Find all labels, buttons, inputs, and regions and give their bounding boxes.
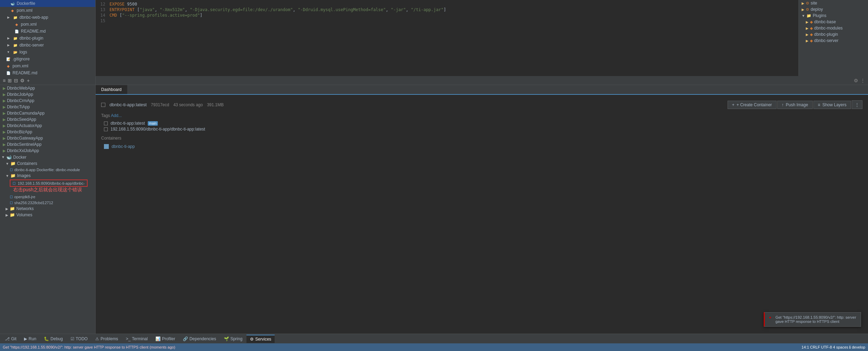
container-item-1[interactable]: dbnbc-ti-app (101, 143, 862, 150)
dbnbc-actuatorapp-item[interactable]: ▶ DbnbcActuatorApp (0, 123, 95, 129)
gitignore-item[interactable]: 📝 .gitignore (0, 56, 95, 62)
terminal-tab[interactable]: >_ Terminal (122, 335, 151, 343)
debug-tab[interactable]: 🐛 Debug (40, 335, 66, 343)
dashboard-tab[interactable]: Dashboard (96, 85, 127, 95)
pom-xml-2-item[interactable]: ◆ pom.xml (0, 21, 95, 28)
profiler-tab[interactable]: 📊 Profiler (152, 335, 179, 343)
code-line-15: 15 (96, 18, 798, 24)
todo-tab[interactable]: ☑ TODO (67, 335, 91, 343)
right-deploy-item[interactable]: ▶ ⚙ deploy (799, 6, 868, 12)
image-checkbox[interactable] (101, 103, 105, 107)
dbnbc-server-right-label: dbnbc-server (814, 38, 838, 43)
selected-image-label: 192.168.1.55:8090/dbnbc-ti-app/dbnbc- (18, 181, 85, 185)
dbnbc-jobapp-item[interactable]: ▶ DbnbcJobApp (0, 91, 95, 98)
dbnbc-xxljobapp-item[interactable]: ▶ DbnbcXxlJobApp (0, 148, 95, 154)
code-line-12: 12 EXPOSE 9500 (96, 1, 798, 7)
spring-tab[interactable]: 🌱 Spring (220, 335, 246, 343)
volumes-folder-icon: 📁 (10, 212, 15, 217)
line-num-13: 13 (96, 7, 109, 12)
dbnbc-plugin-item[interactable]: ▶ 📁 dbnbc-plugin (0, 35, 95, 42)
plus-icon: + (732, 102, 735, 107)
app-icon-5: ▶ (3, 111, 6, 116)
openjdk-item[interactable]: ◻ openjdk8-jre (0, 194, 95, 200)
file-tree: 🐋 Dockerfile ◆ pom.xml ▶ 📁 dbnbc-web-app… (0, 0, 96, 76)
right-dbnbc-modules-item[interactable]: ▶ ◆ dbnbc-modules (799, 25, 868, 31)
pom-xml-2-label: pom.xml (21, 22, 36, 27)
containers-section-item[interactable]: ▼ 📁 Containers (0, 160, 95, 167)
dbnbc-modules-label: dbnbc-modules (814, 26, 843, 31)
docker-file-icon: 🐋 (10, 1, 15, 6)
show-layers-button[interactable]: ≡ Show Layers (813, 101, 851, 109)
dockerfile-item[interactable]: 🐋 Dockerfile (0, 0, 95, 7)
readme-2-item[interactable]: 📄 README.md (0, 69, 95, 76)
right-site-item[interactable]: ▶ ⚙ site (799, 0, 868, 6)
right-plugins-item[interactable]: ▼ 📁 Plugins (799, 12, 868, 19)
action-buttons: + + Create Container ↑ Push Image ≡ Show… (728, 100, 862, 109)
dbnbc-camundaapp-item[interactable]: ▶ DbnbcCamundaApp (0, 110, 95, 116)
chevron-right-plugin: ▶ (806, 33, 809, 36)
run-tab[interactable]: ▶ Run (21, 335, 40, 343)
dbnbc-camundaapp-label: DbnbcCamundaApp (7, 111, 44, 116)
dbnbc-seedapp-item[interactable]: ▶ DbnbcSeedApp (0, 116, 95, 123)
list-icon[interactable]: ≡ (3, 78, 6, 83)
container-ti-app-label: dbnbc-ti-app Dockerfile: dbnbc-module (14, 168, 80, 172)
app-icon-9: ▶ (3, 136, 6, 141)
services-panel: ≡ ⊞ ⊟ ⚙ + ▶ DbnbcWebApp ▶ DbnbcJobApp ▶ … (0, 76, 96, 334)
volumes-item[interactable]: ▶ 📁 Volumes (0, 212, 95, 218)
dbnbc-webapp-item[interactable]: ▶ DbnbcWebApp (0, 85, 95, 91)
create-container-label: + Create Container (737, 102, 772, 107)
volumes-label: Volumes (16, 212, 32, 217)
tag-checkbox-1[interactable] (104, 122, 108, 125)
settings-gear-icon[interactable]: ⚙ (854, 78, 858, 83)
networks-item[interactable]: ▶ 📁 Networks (0, 206, 95, 212)
profiler-icon: 📊 (155, 336, 161, 341)
logs-item[interactable]: ▼ 📂 logs (0, 49, 95, 56)
right-dbnbc-server-item[interactable]: ▶ ◆ dbnbc-server (799, 37, 868, 44)
more-options-button[interactable]: ⋮ (852, 100, 862, 109)
dbnbc-bizapp-item[interactable]: ▶ DbnbcBizApp (0, 129, 95, 135)
pom-xml-1-item[interactable]: ◆ pom.xml (0, 7, 95, 14)
dbnbc-sentinelapp-item[interactable]: ▶ DbnbcSentinelApp (0, 141, 95, 148)
tags-add-link[interactable]: Add... (111, 113, 122, 118)
settings-icon-services[interactable]: ⚙ (20, 78, 25, 83)
tags-section: Tags Add... (101, 113, 862, 118)
filter-icon[interactable]: ⊟ (14, 78, 18, 83)
dbnbc-web-app-item[interactable]: ▶ 📁 dbnbc-web-app (0, 14, 95, 21)
git-tab[interactable]: ⎇ Git (1, 335, 20, 343)
problems-icon: ⚠ (95, 336, 99, 341)
tree-icon[interactable]: ⊞ (8, 78, 12, 83)
push-image-button[interactable]: ↑ Push Image (777, 101, 813, 109)
create-container-button[interactable]: + + Create Container (728, 101, 777, 109)
services-tab[interactable]: ⚙ Services (246, 335, 275, 343)
right-panel: ▶ ⚙ site ▶ ⚙ deploy ▼ 📁 Plugins ▶ ◆ dbnb… (798, 0, 868, 76)
problems-tab[interactable]: ⚠ Problems (92, 335, 122, 343)
images-section-item[interactable]: ▼ 📁 Images (0, 173, 95, 179)
dbnbc-gatewayapp-item[interactable]: ▶ DbnbcGatewayApp (0, 135, 95, 141)
pom-xml-3-item[interactable]: ◆ pom.xml (0, 62, 95, 69)
settings-more-icon[interactable]: ⋮ (860, 78, 865, 83)
right-dbnbc-base-item[interactable]: ▶ ◆ dbnbc-base (799, 19, 868, 25)
readme-1-item[interactable]: 📄 README.md (0, 28, 95, 35)
docker-section-item[interactable]: ▼ 🐋 Docker (0, 154, 95, 160)
base-icon: ◆ (810, 20, 813, 24)
chevron-right-volumes: ▶ (6, 213, 8, 217)
dbnbc-tiapp-item[interactable]: ▶ DbnbcTiApp (0, 104, 95, 110)
line-content-14: CMD ["--spring.profiles.active=prod"] (109, 13, 202, 18)
container-ti-app-item[interactable]: ◻ dbnbc-ti-app Dockerfile: dbnbc-module (0, 167, 95, 173)
dbnbc-server-item[interactable]: ▶ 📁 dbnbc-server (0, 42, 95, 49)
terminal-label: Terminal (132, 336, 148, 341)
code-line-14: 14 CMD ["--spring.profiles.active=prod"] (96, 12, 798, 18)
right-dbnbc-plugin-item[interactable]: ▶ ◆ dbnbc-plugin (799, 31, 868, 37)
dbnbc-base-label: dbnbc-base (814, 19, 836, 24)
image-icon-3: ◻ (10, 200, 13, 205)
tag-checkbox-2[interactable] (104, 127, 108, 131)
sha256-item[interactable]: ◻ sha256:2328cbd12712 (0, 200, 95, 206)
logs-folder-icon: 📂 (13, 49, 18, 55)
dependencies-tab[interactable]: 🔗 Dependencies (179, 335, 220, 343)
dbnbc-crmapp-item[interactable]: ▶ DbnbcCrmApp (0, 98, 95, 104)
selected-image-item[interactable]: ◻ 192.168.1.55:8090/dbnbc-ti-app/dbnbc- (10, 179, 88, 187)
xml-icon-3: ◆ (6, 63, 11, 69)
add-service-icon[interactable]: + (27, 78, 30, 83)
chevron-right-icon-1: ▶ (6, 35, 11, 41)
tags-label: Tags (101, 113, 110, 118)
